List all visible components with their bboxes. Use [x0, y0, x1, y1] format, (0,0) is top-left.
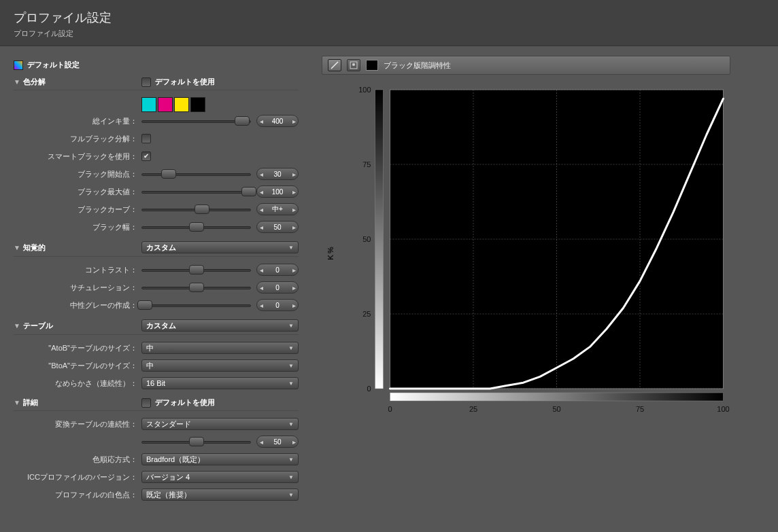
black-start-label: ブラック開始点：: [14, 169, 141, 179]
atob-select[interactable]: 中▼: [141, 342, 299, 354]
svg-text:25: 25: [362, 310, 371, 318]
chart: 02550751000255075100: [349, 83, 730, 423]
disclosure-icon[interactable]: ▼: [14, 244, 20, 251]
page-subtitle: プロファイル設定: [14, 29, 764, 39]
cont-select[interactable]: スタンダード▼: [141, 418, 299, 430]
section-advanced: ▼ 詳細 デフォルトを使用 変換テーブルの連続性： スタンダード▼ ◂50▸: [14, 397, 299, 502]
svg-text:50: 50: [362, 235, 371, 243]
full-black-checkbox[interactable]: [141, 134, 151, 143]
section-separation-title: 色分解: [23, 77, 139, 87]
iccver-label: ICCプロファイルのバージョン：: [14, 472, 141, 482]
graygen-slider[interactable]: [141, 300, 251, 310]
adapt-select[interactable]: Bradford（既定）▼: [141, 453, 299, 465]
disclosure-icon[interactable]: ▼: [14, 322, 20, 330]
black-curve-slider[interactable]: [141, 205, 251, 214]
stepper-left-icon[interactable]: ◂: [257, 118, 265, 125]
disclosure-icon[interactable]: ▼: [14, 399, 20, 406]
saturation-slider[interactable]: [141, 283, 251, 292]
cont-slider[interactable]: [141, 437, 251, 446]
ink-swatch[interactable]: [190, 97, 205, 112]
smooth-select[interactable]: 16 Bit▼: [141, 377, 299, 389]
stepper-right-icon[interactable]: ▸: [290, 302, 298, 309]
ink-swatch[interactable]: [141, 97, 156, 112]
graph-title: ブラック版階調特性: [384, 60, 451, 71]
svg-text:25: 25: [469, 405, 477, 413]
graph-tab-gamut[interactable]: [347, 59, 360, 71]
sep-use-default-label: デフォルトを使用: [155, 77, 215, 87]
stepper-right-icon[interactable]: ▸: [290, 206, 298, 213]
chevron-down-icon: ▼: [288, 345, 294, 351]
stepper-right-icon[interactable]: ▸: [290, 118, 298, 125]
stepper-left-icon[interactable]: ◂: [257, 224, 265, 231]
stepper-left-icon[interactable]: ◂: [257, 206, 265, 213]
page-title: プロファイル設定: [14, 10, 764, 26]
chevron-down-icon: ▼: [288, 363, 294, 369]
stepper-right-icon[interactable]: ▸: [290, 188, 298, 196]
adv-use-default-checkbox[interactable]: [141, 398, 151, 408]
ink-swatch[interactable]: [158, 97, 173, 112]
contrast-slider[interactable]: [141, 265, 251, 274]
svg-rect-3: [390, 393, 724, 401]
black-max-label: ブラック最大値：: [14, 187, 141, 197]
black-width-value[interactable]: ◂50▸: [256, 221, 299, 233]
black-width-slider[interactable]: [141, 222, 251, 232]
stepper-right-icon[interactable]: ▸: [290, 171, 298, 178]
perceptual-preset-select[interactable]: カスタム▼: [141, 241, 299, 253]
graph-tab-curve[interactable]: [328, 59, 341, 71]
cont-slider-value[interactable]: ◂50▸: [256, 436, 299, 448]
wp-select[interactable]: 既定（推奨）▼: [141, 489, 299, 501]
black-start-value[interactable]: ◂30▸: [256, 168, 299, 180]
smooth-label: なめらかさ（連続性）：: [14, 378, 141, 389]
ink-swatch[interactable]: [174, 97, 189, 112]
svg-text:50: 50: [552, 405, 560, 413]
stepper-right-icon[interactable]: ▸: [290, 224, 298, 231]
black-curve-label: ブラックカーブ：: [14, 205, 141, 215]
svg-text:0: 0: [388, 405, 392, 413]
defaults-section-label: デフォルト設定: [27, 60, 80, 70]
section-table: ▼ テーブル カスタム▼ "AtoB"テーブルのサイズ： 中▼ "BtoA"テー…: [14, 319, 299, 391]
svg-rect-2: [375, 90, 384, 389]
table-preset-select[interactable]: カスタム▼: [141, 319, 299, 332]
defaults-section-header: デフォルト設定: [14, 60, 299, 70]
section-advanced-title: 詳細: [23, 397, 139, 408]
black-max-value[interactable]: ◂100▸: [256, 185, 299, 198]
black-curve-value[interactable]: ◂中+▸: [256, 203, 299, 215]
section-separation: ▼ 色分解 デフォルトを使用 総インキ量： ◂400▸: [14, 77, 299, 234]
btoa-select[interactable]: 中▼: [141, 359, 299, 372]
saturation-value[interactable]: ◂0▸: [256, 281, 299, 294]
stepper-left-icon[interactable]: ◂: [257, 302, 265, 309]
stepper-left-icon[interactable]: ◂: [257, 188, 265, 196]
iccver-select[interactable]: バージョン 4▼: [141, 471, 299, 483]
ink-swatches: [141, 97, 205, 112]
stepper-right-icon[interactable]: ▸: [290, 284, 298, 291]
section-table-title: テーブル: [23, 321, 139, 331]
chevron-down-icon: ▼: [288, 245, 294, 251]
contrast-value[interactable]: ◂0▸: [256, 264, 299, 276]
svg-text:75: 75: [362, 160, 371, 169]
black-max-slider[interactable]: [141, 187, 251, 196]
disclosure-icon[interactable]: ▼: [14, 78, 20, 86]
section-perceptual-title: 知覚的: [23, 243, 139, 253]
sep-use-default-checkbox[interactable]: [141, 77, 151, 87]
chevron-down-icon: ▼: [288, 457, 294, 463]
stepper-left-icon[interactable]: ◂: [257, 438, 265, 446]
stepper-right-icon[interactable]: ▸: [290, 266, 298, 274]
chevron-down-icon: ▼: [288, 380, 294, 387]
black-start-slider[interactable]: [141, 169, 251, 179]
chevron-down-icon: ▼: [288, 323, 294, 329]
defaults-icon: [14, 60, 23, 70]
total-ink-slider[interactable]: [141, 116, 251, 126]
stepper-left-icon[interactable]: ◂: [257, 266, 265, 274]
stepper-left-icon[interactable]: ◂: [257, 284, 265, 291]
total-ink-value[interactable]: ◂400▸: [256, 115, 299, 127]
adapt-label: 色順応方式：: [14, 455, 141, 465]
graygen-value[interactable]: ◂0▸: [256, 299, 299, 311]
graph-panel: ブラック版階調特性 K% 02550751000255075100: [309, 46, 778, 532]
smart-black-checkbox[interactable]: [141, 152, 151, 161]
chevron-down-icon: ▼: [288, 474, 294, 480]
stepper-left-icon[interactable]: ◂: [257, 171, 265, 178]
svg-text:75: 75: [636, 405, 644, 413]
smart-black-label: スマートブラックを使用：: [14, 152, 141, 162]
graph-color-swatch[interactable]: [366, 60, 378, 71]
stepper-right-icon[interactable]: ▸: [290, 438, 298, 446]
